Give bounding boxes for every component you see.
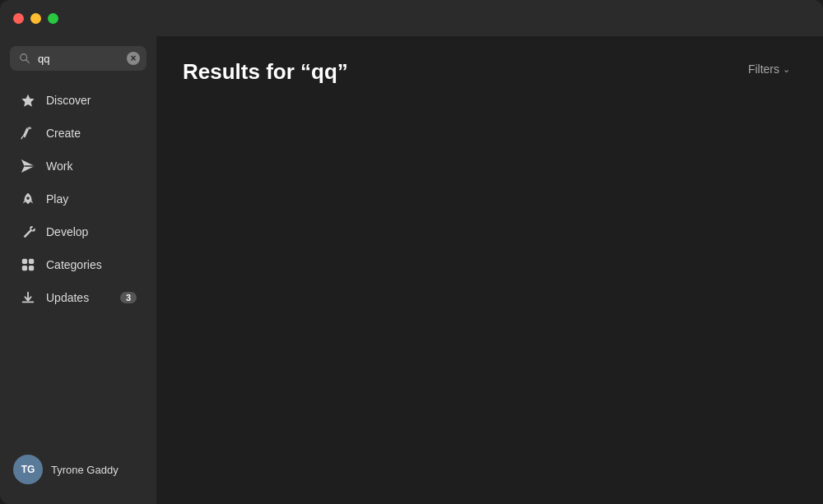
sidebar-item-label-discover: Discover (46, 94, 137, 107)
filters-button[interactable]: Filters ⌄ (742, 59, 797, 79)
nav-items: Discover Create (0, 84, 156, 445)
user-profile[interactable]: TG Tyrone Gaddy (0, 445, 156, 494)
sidebar-item-create[interactable]: Create (7, 118, 150, 149)
sidebar-item-label-work: Work (46, 160, 137, 173)
svg-marker-2 (21, 95, 34, 107)
content-body (183, 104, 797, 481)
sidebar-item-play[interactable]: Play (7, 183, 150, 215)
svg-rect-10 (29, 266, 34, 270)
results-title: Results for “qq” (183, 59, 348, 85)
star-icon (20, 92, 36, 109)
search-icon (16, 50, 33, 67)
paper-plane-icon (20, 158, 36, 174)
title-bar (0, 0, 823, 36)
pen-icon (20, 125, 36, 141)
sidebar-item-develop[interactable]: Develop (7, 216, 150, 247)
content-area: Results for “qq” Filters ⌄ (156, 36, 823, 504)
maximize-button[interactable] (48, 13, 58, 24)
chevron-down-icon: ⌄ (783, 64, 790, 75)
updates-badge: 3 (120, 292, 137, 303)
search-bar[interactable] (10, 46, 146, 71)
search-clear-button[interactable] (127, 52, 140, 65)
avatar: TG (13, 455, 43, 484)
sidebar-item-label-updates: Updates (46, 291, 110, 304)
minimize-button[interactable] (30, 13, 41, 24)
svg-line-3 (21, 136, 23, 140)
download-icon (20, 289, 36, 306)
sidebar: Discover Create (0, 36, 156, 504)
sidebar-item-discover[interactable]: Discover (7, 85, 150, 116)
main-layout: Discover Create (0, 36, 823, 504)
wrench-icon (20, 224, 36, 240)
rocket-icon (20, 191, 36, 207)
svg-rect-7 (22, 259, 27, 264)
grid-icon (20, 257, 36, 273)
sidebar-item-label-play: Play (46, 192, 137, 206)
svg-line-1 (26, 60, 30, 63)
sidebar-item-label-develop: Develop (46, 225, 137, 238)
user-name: Tyrone Gaddy (51, 464, 119, 476)
svg-point-6 (26, 197, 30, 200)
sidebar-item-work[interactable]: Work (7, 150, 150, 182)
traffic-lights (13, 13, 58, 24)
search-container (0, 46, 156, 84)
sidebar-item-label-categories: Categories (46, 258, 137, 271)
close-button[interactable] (13, 13, 24, 24)
sidebar-item-categories[interactable]: Categories (7, 249, 150, 280)
svg-rect-9 (22, 266, 27, 270)
search-input[interactable] (38, 53, 122, 65)
sidebar-item-updates[interactable]: Updates 3 (7, 282, 150, 313)
svg-rect-8 (29, 259, 34, 264)
filters-label: Filters (748, 62, 779, 76)
content-header: Results for “qq” Filters ⌄ (183, 59, 797, 85)
app-window: Discover Create (0, 0, 823, 504)
sidebar-item-label-create: Create (46, 127, 137, 140)
